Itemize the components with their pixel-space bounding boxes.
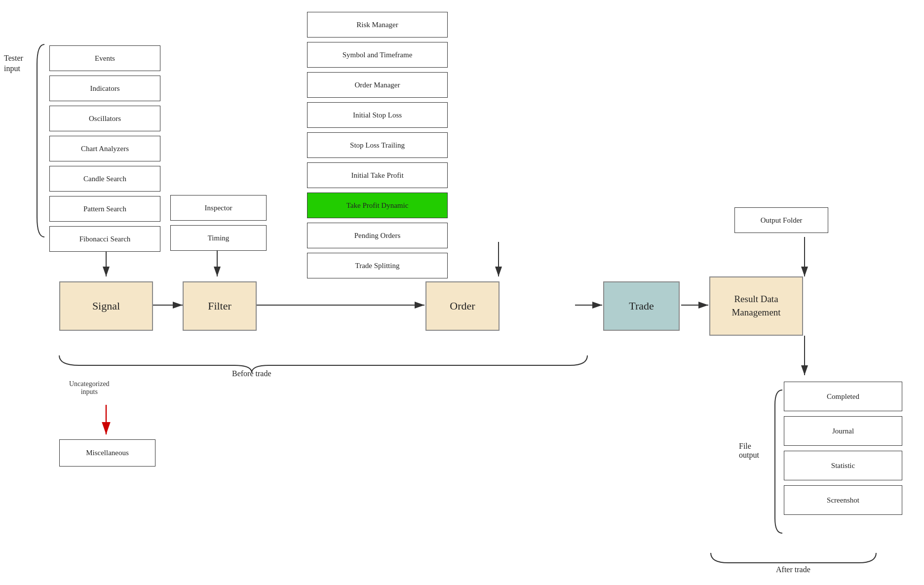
- signal-input-pattern-search: Pattern Search: [49, 196, 160, 222]
- process-signal: Signal: [59, 281, 153, 331]
- signal-input-events: Events: [49, 45, 160, 71]
- filter-input-timing: Timing: [170, 225, 267, 251]
- order-input-take-profit-dynamic: Take Profit Dynamic: [307, 193, 448, 218]
- order-input-symbol-timeframe: Symbol and Timeframe: [307, 42, 448, 68]
- process-order: Order: [425, 281, 500, 331]
- file-output-statistic: Statistic: [784, 451, 902, 480]
- before-trade-label: Before trade: [232, 369, 271, 378]
- order-input-risk-manager: Risk Manager: [307, 12, 448, 38]
- output-folder-box: Output Folder: [734, 207, 828, 233]
- process-filter: Filter: [183, 281, 257, 331]
- file-output-label: File output: [739, 442, 759, 460]
- signal-input-oscillators: Oscillators: [49, 106, 160, 131]
- miscellaneous-box: Miscellaneous: [59, 439, 155, 467]
- process-result-data-management: Result Data Management: [709, 276, 803, 336]
- order-input-stop-loss-trailing: Stop Loss Trailing: [307, 132, 448, 158]
- signal-input-chart-analyzers: Chart Analyzers: [49, 136, 160, 161]
- signal-input-candle-search: Candle Search: [49, 166, 160, 192]
- diagram-container: Tester input Events Indicators Oscillato…: [0, 0, 924, 585]
- order-input-order-manager: Order Manager: [307, 72, 448, 98]
- order-input-trade-splitting: Trade Splitting: [307, 253, 448, 278]
- file-output-screenshot: Screenshot: [784, 485, 902, 515]
- after-trade-label: After trade: [776, 565, 810, 574]
- filter-input-inspector: Inspector: [170, 195, 267, 221]
- process-trade: Trade: [603, 281, 680, 331]
- file-output-completed: Completed: [784, 382, 902, 411]
- order-input-initial-stop-loss: Initial Stop Loss: [307, 102, 448, 128]
- tester-input-label: Tester input: [4, 53, 23, 74]
- signal-input-fibonacci-search: Fibonacci Search: [49, 226, 160, 252]
- uncategorized-inputs-label: Uncategorized inputs: [69, 380, 110, 396]
- signal-input-indicators: Indicators: [49, 76, 160, 101]
- file-output-journal: Journal: [784, 416, 902, 446]
- order-input-pending-orders: Pending Orders: [307, 223, 448, 248]
- order-input-initial-take-profit: Initial Take Profit: [307, 162, 448, 188]
